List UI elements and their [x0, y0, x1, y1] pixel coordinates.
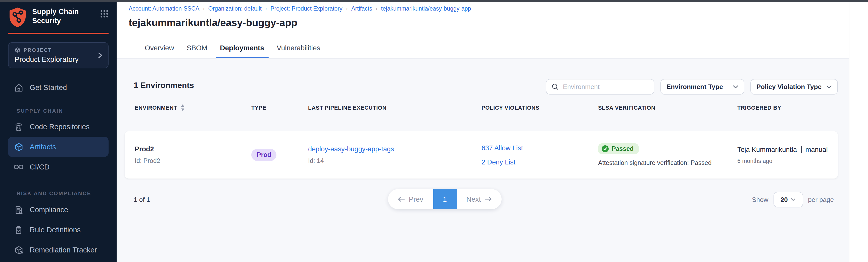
chevron-down-icon: [733, 85, 738, 89]
environment-type-select-label: Environment Type: [666, 83, 723, 90]
sidebar-header: Supply Chain Security: [0, 0, 117, 28]
sidebar-item-cicd[interactable]: CI/CD: [8, 157, 108, 177]
sidebar-item-artifacts[interactable]: Artifacts: [8, 137, 108, 157]
pipeline-id: Id: 14: [308, 157, 482, 165]
right-rail: [849, 2, 868, 262]
column-header-policy-violations: POLICY VIOLATIONS: [482, 105, 598, 111]
prev-page-button[interactable]: Prev: [388, 189, 433, 209]
attestation-detail: Attestation signature verification: Pass…: [598, 159, 737, 167]
next-page-button[interactable]: Next: [457, 189, 502, 209]
sidebar-item-compliance[interactable]: Compliance: [8, 200, 108, 220]
slsa-status-text: Passed: [612, 145, 634, 152]
slsa-verification-cell: Passed Attestation signature verificatio…: [598, 143, 737, 167]
chevron-right-icon: [98, 52, 102, 59]
sort-arrows-icon[interactable]: [180, 104, 185, 111]
sidebar-item-code-repositories[interactable]: Code Repositories: [8, 117, 108, 137]
sidebar-item-get-started[interactable]: Get Started: [8, 78, 108, 97]
chevron-down-icon: [826, 85, 832, 89]
project-label: PROJECT: [24, 47, 52, 53]
sidebar-nav: Get Started SUPPLY CHAIN Code Repositori…: [0, 78, 117, 260]
box-badge-icon: [13, 245, 24, 255]
environment-name: Prod2: [135, 145, 251, 153]
pipeline-cell: deploy-easy-buggy-app-tags Id: 14: [308, 145, 482, 165]
environments-count-heading: 1 Environments: [134, 81, 194, 90]
policy-violations-cell: 637 Allow List 2 Deny List: [482, 144, 598, 166]
breadcrumb-artifact-name[interactable]: tejakummarikuntla/easy-buggy-app: [381, 5, 471, 11]
chevron-down-icon: [791, 198, 796, 201]
page-summary: 1 of 1: [134, 196, 150, 203]
environment-table-row[interactable]: Prod2 Id: Prod2 Prod deploy-easy-buggy-a…: [125, 131, 838, 178]
sidebar-section-supply-chain: SUPPLY CHAIN: [17, 108, 108, 114]
show-label: Show: [752, 196, 768, 203]
filter-toolbar: Environment Type Policy Violation Type: [546, 79, 838, 94]
column-header-slsa-verification: SLSA VERIFICATION: [598, 105, 737, 111]
allow-list-link[interactable]: 637 Allow List: [482, 144, 523, 152]
trigger-mode: manual: [805, 146, 828, 153]
breadcrumb: Account: Automation-SSCA › Organization:…: [129, 5, 471, 11]
column-header-last-pipeline-execution: LAST PIPELINE EXECUTION: [308, 105, 482, 111]
sidebar-item-label: Code Repositories: [30, 123, 90, 131]
pager: Prev 1 Next: [388, 189, 502, 209]
main-area: Account: Automation-SSCA › Organization:…: [117, 0, 868, 262]
environment-cell: Prod2 Id: Prod2: [135, 145, 251, 165]
environment-search-input[interactable]: [563, 83, 649, 90]
chevron-separator-icon: ›: [203, 5, 205, 11]
divider: [801, 146, 801, 153]
column-header-type: TYPE: [251, 105, 308, 111]
app-switcher-grid-icon[interactable]: [100, 9, 108, 18]
breadcrumb-organization[interactable]: Organization: default: [208, 5, 261, 11]
home-icon: [13, 83, 24, 92]
environment-id: Id: Prod2: [135, 157, 251, 165]
environment-type-select[interactable]: Environment Type: [660, 79, 744, 94]
triggered-by-user: Teja Kummarikuntla: [737, 146, 797, 153]
chevron-separator-icon: ›: [376, 5, 377, 11]
tab-overview[interactable]: Overview: [144, 37, 175, 58]
code-repository-icon: [13, 122, 24, 132]
breadcrumb-account[interactable]: Account: Automation-SSCA: [129, 5, 199, 11]
clipboard-check-icon: [13, 225, 24, 235]
column-header-environment[interactable]: ENVIRONMENT: [135, 104, 251, 111]
type-cell: Prod: [251, 149, 308, 161]
pipeline-link[interactable]: deploy-easy-buggy-app-tags: [308, 145, 394, 153]
sidebar-item-label: Get Started: [30, 84, 67, 91]
sidebar-item-remediation-tracker[interactable]: Remediation Tracker: [8, 240, 108, 260]
breadcrumb-artifacts[interactable]: Artifacts: [351, 5, 372, 11]
deny-list-link[interactable]: 2 Deny List: [482, 158, 516, 166]
sidebar-item-rule-definitions[interactable]: Rule Definitions: [8, 220, 108, 240]
cube-icon: [13, 142, 24, 152]
app-title: Supply Chain Security: [32, 7, 85, 25]
triggered-by-cell: Teja Kummarikuntla manual 6 months ago: [737, 146, 828, 164]
breadcrumb-project[interactable]: Project: Product Exploratory: [270, 5, 342, 11]
sidebar-item-label: Artifacts: [30, 143, 56, 151]
page-size-value: 20: [780, 196, 788, 203]
page-number-1[interactable]: 1: [433, 189, 457, 209]
page-header: Account: Automation-SSCA › Organization:…: [117, 0, 868, 58]
infinity-icon: [13, 164, 24, 170]
environment-search: [546, 79, 654, 94]
triggered-when: 6 months ago: [737, 158, 828, 164]
check-circle-icon: [601, 145, 609, 152]
supply-chain-security-logo-icon: [8, 7, 27, 28]
sidebar-item-label: Remediation Tracker: [30, 246, 97, 254]
chevron-separator-icon: ›: [346, 5, 348, 11]
tab-sbom[interactable]: SBOM: [186, 37, 208, 58]
pagination-bar: 1 of 1 Prev 1 Next: [125, 188, 838, 211]
document-search-icon: [13, 205, 24, 214]
policy-violation-type-select-label: Policy Violation Type: [756, 83, 822, 90]
tab-deployments[interactable]: Deployments: [219, 37, 265, 58]
window-top-edge: [0, 0, 868, 2]
environment-type-badge: Prod: [251, 149, 277, 161]
sidebar: Supply Chain Security PROJECT Product: [0, 0, 117, 262]
policy-violation-type-select[interactable]: Policy Violation Type: [750, 79, 838, 94]
column-header-triggered-by: TRIGGERED BY: [737, 105, 828, 111]
chevron-separator-icon: ›: [265, 5, 267, 11]
page-size-select[interactable]: 20: [773, 192, 803, 207]
project-selector[interactable]: PROJECT Product Exploratory: [8, 42, 108, 68]
per-page-label: per page: [808, 196, 834, 203]
project-name: Product Exploratory: [14, 55, 93, 63]
project-cube-icon: [14, 47, 21, 53]
deployments-content: 1 Environments Environment Type Policy V…: [117, 58, 868, 262]
sidebar-item-label: Compliance: [30, 206, 68, 214]
sidebar-item-label: Rule Definitions: [30, 226, 81, 234]
tab-vulnerabilities[interactable]: Vulnerabilities: [276, 37, 321, 58]
